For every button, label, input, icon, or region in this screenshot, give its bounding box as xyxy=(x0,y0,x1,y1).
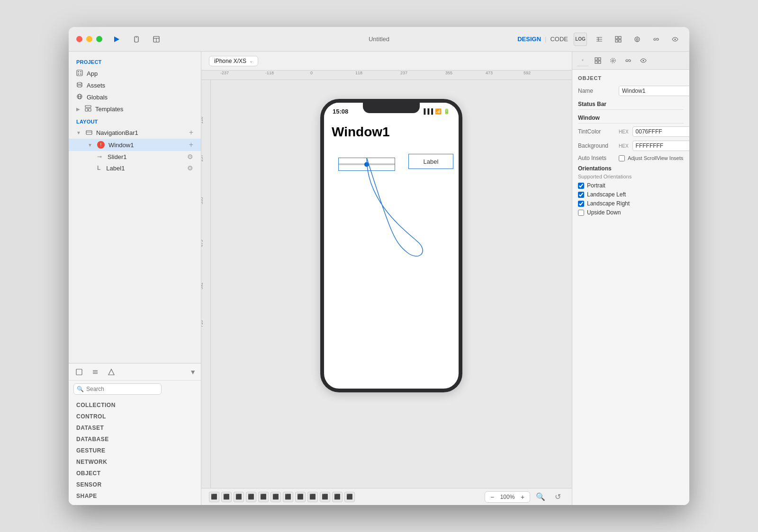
component-search-box: 🔍 xyxy=(69,381,201,398)
component-view-icon[interactable] xyxy=(73,366,85,378)
auto-insets-label: Auto Insets xyxy=(578,155,616,161)
window1-add-button[interactable]: + xyxy=(189,141,193,149)
label-component[interactable]: Label xyxy=(408,154,453,169)
close-button[interactable] xyxy=(76,36,82,42)
slider1-gear-button[interactable]: ⚙ xyxy=(187,153,193,160)
svg-rect-31 xyxy=(85,106,91,107)
sidebar-item-assets[interactable]: Assets xyxy=(69,80,201,91)
eye-icon[interactable] xyxy=(668,33,682,46)
sidebar-item-label1[interactable]: L Label1 ⚙ xyxy=(69,162,201,174)
sidebar-item-navigationbar1[interactable]: ▼ NavigationBar1 + xyxy=(69,126,201,139)
category-object[interactable]: OBJECT xyxy=(69,468,201,479)
orientation-portrait-checkbox[interactable] xyxy=(578,183,584,189)
layout-label: LAYOUT xyxy=(69,115,201,126)
align-left-button[interactable]: ⬛ xyxy=(209,492,219,502)
signal-icon: ▐▐▐ xyxy=(422,108,433,114)
status-icons: ▐▐▐ 📶 🔋 xyxy=(422,108,450,115)
svg-rect-21 xyxy=(80,71,81,72)
target-icon[interactable] xyxy=(631,33,644,46)
ruler-label-237: 237 xyxy=(400,71,407,75)
size-h-button[interactable]: ⬛ xyxy=(320,492,330,502)
embed-button[interactable]: ⬛ xyxy=(332,492,343,502)
category-network[interactable]: NETWORK xyxy=(69,456,201,468)
list-icon[interactable] xyxy=(593,33,606,46)
navigationbar1-add-button[interactable]: + xyxy=(189,128,193,137)
ruler-label-592: 592 xyxy=(523,71,531,75)
layout-icon[interactable] xyxy=(150,33,163,46)
object-section-label: OBJECT xyxy=(578,75,684,81)
right-panel-toolbar xyxy=(572,52,689,70)
minimize-button[interactable] xyxy=(86,36,92,42)
settings-view-button[interactable] xyxy=(607,55,619,66)
category-sensor[interactable]: SENSOR xyxy=(69,479,201,490)
sidebar-item-window1[interactable]: ▼ ! Window1 + xyxy=(69,139,201,151)
component-shape-icon[interactable] xyxy=(106,366,117,378)
code-label[interactable]: CODE xyxy=(550,35,568,43)
sidebar-item-templates[interactable]: ▶ Templates xyxy=(69,103,201,115)
phone-mockup: 15:08 ▐▐▐ 📶 🔋 Window1 xyxy=(320,99,462,392)
orientation-landscape-right-checkbox[interactable] xyxy=(578,201,584,207)
orientation-upside-down-row: Upside Down xyxy=(578,209,684,216)
globals-icon xyxy=(76,93,83,101)
grid-icon[interactable] xyxy=(612,33,625,46)
link-view-button[interactable] xyxy=(623,55,634,66)
align-center-h-button[interactable]: ⬛ xyxy=(221,492,232,502)
design-label[interactable]: DESIGN xyxy=(517,35,541,43)
svg-rect-20 xyxy=(78,71,79,72)
device-selector[interactable]: iPhone X/XS ⌄ xyxy=(209,56,258,66)
slider-component[interactable] xyxy=(338,158,395,171)
align-top-button[interactable]: ⬛ xyxy=(246,492,256,502)
size-w-button[interactable]: ⬛ xyxy=(307,492,318,502)
category-shape[interactable]: SHAPE xyxy=(69,490,201,502)
canvas-bottom-toolbar: ⬛ ⬛ ⬛ ⬛ ⬛ ⬛ ⬛ ⬛ ⬛ ⬛ ⬛ ⬛ − 100% + xyxy=(201,488,572,505)
phone-icon[interactable] xyxy=(130,33,143,46)
app-label: App xyxy=(87,70,98,77)
grid-view-button[interactable] xyxy=(592,55,604,66)
log-button[interactable]: LOG xyxy=(574,33,587,46)
align-bottom-button[interactable]: ⬛ xyxy=(271,492,281,502)
orientation-landscape-left-row: Landscape Left xyxy=(578,191,684,198)
category-collection[interactable]: COLLECTION xyxy=(69,399,201,411)
zoom-in-button[interactable]: + xyxy=(518,493,527,501)
component-list-icon[interactable] xyxy=(90,366,101,378)
svg-rect-19 xyxy=(77,70,82,76)
maximize-button[interactable] xyxy=(96,36,102,42)
rotate-button[interactable]: ↺ xyxy=(551,490,564,504)
category-dataset[interactable]: DATASET xyxy=(69,422,201,434)
globals-label: Globals xyxy=(87,94,108,101)
distribute-h-button[interactable]: ⬛ xyxy=(283,492,293,502)
sidebar-item-app[interactable]: App xyxy=(69,68,201,80)
orientation-landscape-right-label: Landscape Right xyxy=(587,200,630,207)
align-right-button[interactable]: ⬛ xyxy=(234,492,244,502)
auto-insets-checkbox[interactable] xyxy=(619,155,625,161)
align-center-v-button[interactable]: ⬛ xyxy=(258,492,269,502)
search-canvas-button[interactable]: 🔍 xyxy=(534,490,547,504)
sidebar-item-globals[interactable]: Globals xyxy=(69,91,201,103)
link-icon[interactable] xyxy=(650,33,663,46)
eye-view-button[interactable] xyxy=(638,55,649,66)
hierarchy-view-button[interactable] xyxy=(577,55,588,66)
play-button[interactable] xyxy=(110,33,123,46)
zoom-out-button[interactable]: − xyxy=(488,493,496,501)
svg-rect-46 xyxy=(598,58,601,60)
sidebar-top: PROJECT App Assets xyxy=(69,52,201,363)
slider1-label: Slider1 xyxy=(108,153,126,160)
orientation-upside-down-checkbox[interactable] xyxy=(578,210,584,216)
component-panel-expand-button[interactable]: ▼ xyxy=(190,368,196,376)
orientation-landscape-left-checkbox[interactable] xyxy=(578,192,584,198)
label1-gear-button[interactable]: ⚙ xyxy=(187,164,193,172)
category-control[interactable]: CONTROL xyxy=(69,411,201,422)
titlebar: Untitled DESIGN | CODE LOG xyxy=(69,27,689,52)
distribute-v-button[interactable]: ⬛ xyxy=(295,492,306,502)
bg-hex-input[interactable] xyxy=(632,141,689,151)
canvas-scroll[interactable]: 15:08 ▐▐▐ 📶 🔋 Window1 xyxy=(211,80,572,488)
sidebar-item-slider1[interactable]: ⊸ Slider1 ⚙ xyxy=(69,151,201,162)
category-database[interactable]: DATABASE xyxy=(69,434,201,445)
search-input[interactable] xyxy=(73,383,162,395)
name-input[interactable] xyxy=(619,86,689,96)
svg-rect-23 xyxy=(80,73,81,75)
tint-hex-input[interactable] xyxy=(632,126,689,137)
category-gesture[interactable]: GESTURE xyxy=(69,445,201,456)
svg-rect-22 xyxy=(78,73,79,75)
stack-button[interactable]: ⬛ xyxy=(344,492,355,502)
